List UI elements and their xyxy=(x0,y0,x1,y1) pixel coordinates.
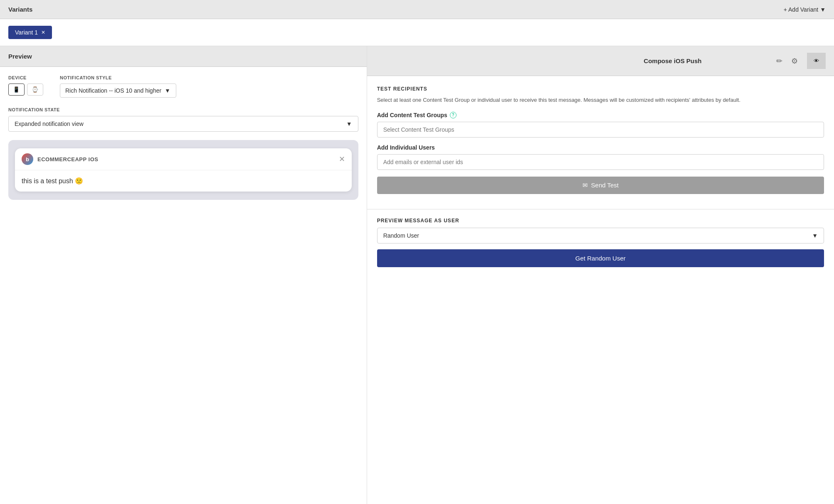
get-random-user-button[interactable]: Get Random User xyxy=(377,249,824,267)
compose-title: Compose iOS Push xyxy=(576,57,770,64)
variant-tab-label: Variant 1 xyxy=(15,29,38,36)
push-app-info: b ECOMMERCEAPP IOS xyxy=(22,153,98,165)
notification-style-select[interactable]: Rich Notification -- iOS 10 and higher ▼ xyxy=(60,84,176,98)
push-preview-area: b ECOMMERCEAPP IOS ✕ this is a test push… xyxy=(8,140,358,200)
notification-style-label: NOTIFICATION STYLE xyxy=(60,75,176,80)
chevron-down-icon: ▼ xyxy=(820,6,826,13)
watch-device-button[interactable]: ⌚ xyxy=(27,84,43,96)
device-icons: 📱 ⌚ xyxy=(8,84,43,96)
push-app-icon: b xyxy=(22,153,33,165)
notification-state-select[interactable]: Expanded notification view ▼ xyxy=(8,116,358,132)
chevron-down-icon: ▼ xyxy=(165,87,170,94)
device-label: DEVICE xyxy=(8,75,43,80)
individual-users-input[interactable] xyxy=(377,154,824,170)
right-panel: Compose iOS Push ✏ ⚙ 👁 TEST RECIPIENTS S… xyxy=(367,46,834,504)
device-field-group: DEVICE 📱 ⌚ xyxy=(8,75,43,96)
individual-users-label: Add Individual Users xyxy=(377,144,824,151)
notification-state-row: NOTIFICATION STATE Expanded notification… xyxy=(8,106,358,132)
push-close-icon[interactable]: ✕ xyxy=(339,155,345,164)
left-panel-content: DEVICE 📱 ⌚ NOTIFICATION STYLE Rich Notif… xyxy=(0,67,367,504)
preview-panel-header: Preview xyxy=(0,46,367,67)
add-variant-button[interactable]: + Add Variant ▼ xyxy=(784,6,826,13)
variant-tab-close-icon[interactable]: ✕ xyxy=(41,30,45,35)
get-random-user-label: Get Random User xyxy=(575,255,626,262)
left-panel: Preview DEVICE 📱 ⌚ NOTI xyxy=(0,46,367,504)
test-recipients-title: TEST RECIPIENTS xyxy=(377,86,824,92)
right-panel-content: TEST RECIPIENTS Select at least one Cont… xyxy=(367,76,834,201)
variants-bar: Variants + Add Variant ▼ xyxy=(0,0,834,19)
notification-state-label: NOTIFICATION STATE xyxy=(8,107,60,112)
push-message: this is a test push 🙁 xyxy=(22,177,83,184)
push-card: b ECOMMERCEAPP IOS ✕ this is a test push… xyxy=(15,148,352,192)
compose-header-icons: ✏ ⚙ xyxy=(776,57,800,66)
compose-header: Compose iOS Push ✏ ⚙ 👁 xyxy=(367,46,834,76)
add-variant-label: + Add Variant xyxy=(784,6,818,13)
preview-as-user-section: PREVIEW MESSAGE AS USER Random User ▼ Ge… xyxy=(367,218,834,277)
push-card-header: b ECOMMERCEAPP IOS ✕ xyxy=(15,148,352,170)
send-test-button[interactable]: ✉ Send Test xyxy=(377,177,824,194)
mail-icon: ✉ xyxy=(582,182,588,189)
push-app-name: ECOMMERCEAPP IOS xyxy=(37,156,98,162)
chevron-down-icon: ▼ xyxy=(346,120,352,127)
main-layout: Preview DEVICE 📱 ⌚ NOTI xyxy=(0,46,834,504)
notification-style-group: NOTIFICATION STYLE Rich Notification -- … xyxy=(60,75,176,98)
preview-as-user-select[interactable]: Random User ▼ xyxy=(377,228,824,243)
notification-state-value: Expanded notification view xyxy=(15,120,84,127)
variant-tabs-row: Variant 1 ✕ xyxy=(0,19,834,46)
content-test-groups-label: Add Content Test Groups ? xyxy=(377,112,824,118)
test-recipients-section: TEST RECIPIENTS Select at least one Cont… xyxy=(377,86,824,194)
preview-as-user-value: Random User xyxy=(383,232,419,239)
watch-icon: ⌚ xyxy=(32,86,39,93)
preview-as-user-title: PREVIEW MESSAGE AS USER xyxy=(377,218,824,224)
preview-title: Preview xyxy=(8,53,32,60)
divider xyxy=(367,209,834,209)
eye-icon: 👁 xyxy=(814,58,819,64)
send-test-label: Send Test xyxy=(591,182,619,189)
phone-device-button[interactable]: 📱 xyxy=(8,84,25,96)
push-card-body: this is a test push 🙁 xyxy=(15,170,352,192)
variant-1-tab[interactable]: Variant 1 ✕ xyxy=(8,26,52,39)
info-icon: ? xyxy=(450,112,456,118)
test-recipients-description: Select at least one Content Test Group o… xyxy=(377,96,824,104)
notification-style-value: Rich Notification -- iOS 10 and higher xyxy=(65,87,161,94)
eye-button[interactable]: 👁 xyxy=(807,53,826,69)
gear-icon[interactable]: ⚙ xyxy=(791,57,800,66)
pencil-icon[interactable]: ✏ xyxy=(776,57,785,66)
content-test-groups-input[interactable] xyxy=(377,122,824,138)
variants-title: Variants xyxy=(8,6,32,13)
phone-icon: 📱 xyxy=(13,86,20,93)
chevron-down-icon: ▼ xyxy=(812,232,818,239)
device-notif-row: DEVICE 📱 ⌚ NOTIFICATION STYLE Rich Notif… xyxy=(8,75,358,98)
